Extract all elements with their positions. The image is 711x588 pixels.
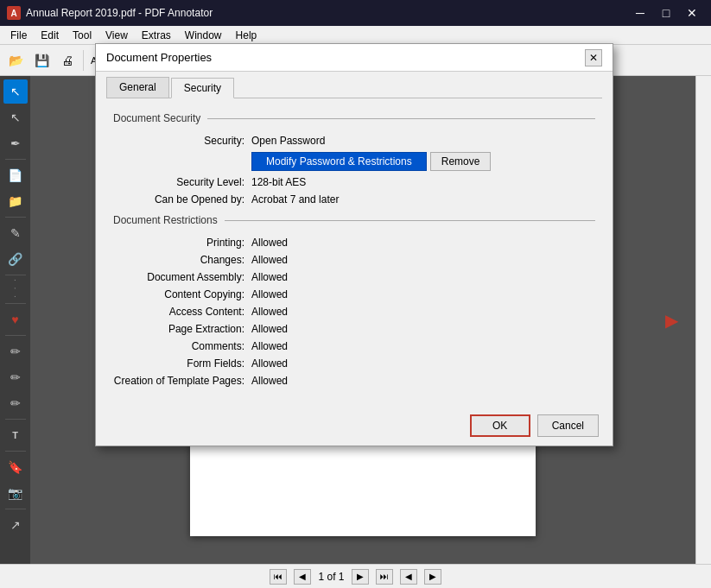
dialog-tabs: General Security [96,72,613,98]
right-panel [695,76,711,564]
toolbar-print[interactable]: 🖨 [55,48,79,73]
restriction-access-label: Access Content: [113,306,251,318]
menu-help[interactable]: Help [229,28,264,43]
security-value: Open Password [251,135,325,147]
red-arrow-icon: ▶ [665,310,678,331]
nav-forward[interactable]: ▶ [424,569,441,585]
sidebar-sep-6 [5,419,26,420]
restriction-forms-value: Allowed [251,357,288,370]
sidebar-sep-7 [5,451,26,452]
nav-back[interactable]: ◀ [400,569,417,585]
restriction-extraction-value: Allowed [251,323,288,335]
sidebar-sep-2 [5,217,26,218]
close-button[interactable]: ✕ [680,4,704,22]
sidebar-tool-pencil[interactable]: ✏ [3,339,28,364]
app-icon: A [7,6,21,20]
sidebar-dots: · · · [10,279,20,300]
dialog-title: Document Properties [106,51,212,64]
nav-prev[interactable]: ◀ [294,569,311,585]
security-section-title: Document Security [113,112,200,124]
restriction-extraction: Page Extraction: Allowed [113,323,595,335]
restriction-printing: Printing: Allowed [113,237,595,249]
restriction-comments-value: Allowed [251,340,288,352]
sidebar-tool-pencil2[interactable]: ✏ [3,365,28,389]
sidebar-sep-4 [5,303,26,304]
restriction-comments: Comments: Allowed [113,340,595,352]
restriction-comments-label: Comments: [113,340,251,352]
menu-extras[interactable]: Extras [135,28,178,43]
sidebar-tool-pen[interactable]: ✒ [3,131,28,155]
sidebar-tool-arrow[interactable]: ↗ [3,513,28,537]
sidebar-sep-8 [5,509,26,509]
menu-tool[interactable]: Tool [66,28,98,43]
sidebar: ↖ ↖ ✒ 📄 📁 ✎ 🔗 · · · ♥ ✏ ✏ ✏ T 🔖 📷 ↗ [0,76,30,564]
ok-button[interactable]: OK [470,414,530,437]
restriction-access-value: Allowed [251,306,288,318]
menu-view[interactable]: View [98,28,135,43]
restriction-changes: Changes: Allowed [113,254,595,266]
maximize-button[interactable]: □ [654,4,678,22]
restrictions-section-line [225,220,595,221]
title-bar-left: A Annual Report 2019.pdf - PDF Annotator [7,6,213,20]
sidebar-tool-page[interactable]: 📄 [3,163,28,187]
sidebar-tool-select2[interactable]: ↖ [3,105,28,130]
tab-security[interactable]: Security [171,78,234,98]
restrictions-section-title: Document Restrictions [113,214,218,226]
menu-window[interactable]: Window [178,28,229,43]
security-section-line [207,118,595,119]
restriction-assembly-label: Document Assembly: [113,271,251,283]
restriction-access: Access Content: Allowed [113,306,595,318]
security-label: Security: [113,135,251,147]
sidebar-tool-link[interactable]: 🔗 [3,247,28,271]
sidebar-tool-text[interactable]: T [3,423,28,447]
security-level-row: Security Level: 128-bit AES [113,176,595,188]
sidebar-tool-select[interactable]: ↖ [3,79,28,104]
password-controls: Modify Password & Restrictions Remove [251,152,491,171]
restriction-forms: Form Fields: Allowed [113,357,595,370]
security-section-header: Document Security [113,112,595,124]
cancel-button[interactable]: Cancel [537,414,599,437]
restriction-printing-label: Printing: [113,237,251,249]
tab-general[interactable]: General [106,77,169,98]
restriction-forms-label: Form Fields: [113,357,251,370]
menu-edit[interactable]: Edit [34,28,66,43]
restriction-copying: Content Copying: Allowed [113,288,595,300]
toolbar-open[interactable]: 📂 [3,48,28,73]
sidebar-tool-pencil3[interactable]: ✏ [3,391,28,415]
toolbar-save[interactable]: 💾 [29,48,54,73]
title-bar-controls: ─ □ ✕ [628,4,704,22]
menu-file[interactable]: File [3,28,34,43]
dialog-content: Document Security Security: Open Passwor… [96,98,613,406]
restrictions-section: Document Restrictions Printing: Allowed … [113,214,595,387]
opened-by-value: Acrobat 7 and later [251,193,339,205]
dialog-close-button[interactable]: ✕ [585,49,602,66]
sidebar-sep-5 [5,335,26,336]
app-title: Annual Report 2019.pdf - PDF Annotator [26,7,213,19]
restriction-copying-value: Allowed [251,288,288,300]
minimize-button[interactable]: ─ [628,4,652,22]
nav-next[interactable]: ▶ [352,569,369,585]
restriction-template-value: Allowed [251,375,288,387]
menu-bar: File Edit Tool View Extras Window Help [0,26,711,45]
dialog-footer: OK Cancel [96,406,613,446]
sidebar-tool-stamp[interactable]: 🔖 [3,455,28,479]
sidebar-tool-folder[interactable]: 📁 [3,189,28,213]
sidebar-tool-edit[interactable]: ✎ [3,221,28,245]
opened-by-label: Can be Opened by: [113,193,251,205]
modify-password-button[interactable]: Modify Password & Restrictions [251,152,427,171]
document-properties-dialog: Document Properties ✕ General Security D… [95,43,613,446]
restriction-assembly: Document Assembly: Allowed [113,271,595,283]
restriction-changes-label: Changes: [113,254,251,266]
sidebar-tool-heart[interactable]: ♥ [3,307,28,332]
restriction-template: Creation of Template Pages: Allowed [113,375,595,387]
title-bar: A Annual Report 2019.pdf - PDF Annotator… [0,0,711,26]
password-row: Modify Password & Restrictions Remove [113,152,595,171]
restriction-printing-value: Allowed [251,237,288,249]
security-level-label: Security Level: [113,176,251,188]
nav-last[interactable]: ⏭ [376,569,393,585]
sidebar-tool-camera[interactable]: 📷 [3,481,28,505]
remove-password-button[interactable]: Remove [430,152,492,171]
opened-by-row: Can be Opened by: Acrobat 7 and later [113,193,595,205]
security-level-value: 128-bit AES [251,176,306,188]
nav-first[interactable]: ⏮ [270,569,287,585]
